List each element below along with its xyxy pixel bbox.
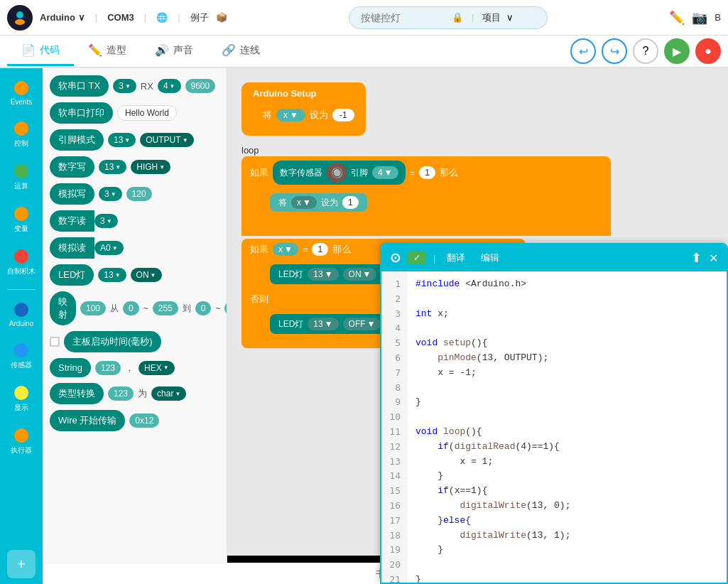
analog-write-val[interactable]: 120 [126,187,152,201]
tab-model[interactable]: ✏️ 造型 [74,36,141,66]
rx-pin-drop[interactable]: 4 [158,79,181,93]
sidebar-item-display[interactable]: 显示 [2,380,40,418]
led-state[interactable]: ON [131,268,162,282]
analog-read-label[interactable]: 模拟读 [50,237,94,259]
typecast-val[interactable]: 123 [108,386,134,401]
sidebar-item-operators[interactable]: 运算 [2,158,40,197]
val-neg1[interactable]: -1 [332,109,354,121]
led-off-pin[interactable]: 13 ▼ [308,318,338,330]
pin-mode-mode[interactable]: OUTPUT [140,133,193,147]
string-format[interactable]: HEX [138,361,175,375]
add-sidebar-btn[interactable]: + [7,550,36,578]
led-label[interactable]: LED灯 [50,264,94,286]
if2-var[interactable]: x ▼ [273,243,298,256]
digital-write-label[interactable]: 数字写 [50,156,94,178]
translate-btn[interactable]: 翻译 [442,250,469,266]
upload-btn[interactable]: ⬆ [691,250,702,266]
edit-icon[interactable]: ✏️ [669,10,685,26]
map-val[interactable]: 100 [80,301,106,315]
close-btn[interactable]: ✕ [709,252,718,265]
analog-write-pin[interactable]: 3 [99,187,122,201]
digital-write-val[interactable]: HIGH [131,160,170,174]
map-from2[interactable]: 255 [153,301,178,315]
block-startup[interactable]: 主板启动时间(毫秒) [50,331,219,352]
sidebar-item-executor[interactable]: 执行器 [2,423,40,461]
led-on-state[interactable]: ON ▼ [343,268,377,281]
examples-btn[interactable]: 例子 [190,11,209,24]
led-on-pin[interactable]: 13 ▼ [308,268,338,281]
string-val[interactable]: 123 [95,361,121,375]
set-x1-val[interactable]: 1 [342,196,359,209]
led-off-block[interactable]: LED灯 13 ▼ OFF ▼ [270,314,389,334]
led-on-block[interactable]: LED灯 13 ▼ ON ▼ [270,264,385,284]
block-analog-read[interactable]: 模拟读 A0 [50,237,219,259]
com-port-label[interactable]: COM3 [107,12,134,23]
digital-read-pin[interactable]: 3 [94,214,118,228]
string-label[interactable]: String [50,358,91,377]
sidebar-item-variables[interactable]: 变量 [2,201,40,239]
help-btn[interactable]: ? [633,38,658,64]
pin-mode-label[interactable]: 引脚模式 [50,129,104,151]
wire-label[interactable]: Wire 开始传输 [50,410,125,431]
block-digital-write[interactable]: 数字写 13 HIGH [50,156,219,178]
if1-val[interactable]: 1 [419,166,435,179]
block-serial-print[interactable]: 软串口打印 Hello World [50,102,219,124]
baud-rate[interactable]: 9600 [185,79,216,93]
code-editor[interactable]: #include <Arduino.h> int x; void setup()… [407,271,727,583]
edit-btn[interactable]: 编辑 [477,250,504,266]
project-menu[interactable]: 项目 [482,11,501,24]
analog-read-pin[interactable]: A0 [94,241,124,255]
digital-read-label[interactable]: 数字读 [50,210,94,232]
block-analog-write[interactable]: 模拟写 3 120 [50,183,219,205]
check-btn[interactable]: ✓ [408,252,426,264]
tab-sound[interactable]: 🔊 声音 [141,36,207,66]
arduino-menu[interactable]: Arduino ∨ [40,12,85,23]
tab-code[interactable]: 📄 代码 [7,36,74,66]
add-icon[interactable]: + [7,550,36,578]
digital-sensor-block[interactable]: 数字传感器 🔘 引脚 4 ▼ [273,161,406,185]
typecast-type[interactable]: char [151,386,186,401]
serial-tx-label[interactable]: 软串口 TX [50,75,109,97]
typecast-label[interactable]: 类型转换 [50,383,104,404]
stop-btn[interactable]: ● [695,38,721,64]
serial-print-value[interactable]: Hello World [117,105,177,121]
pin-mode-pin[interactable]: 13 [108,133,136,147]
block-led[interactable]: LED灯 13 ON [50,264,219,286]
package-icon[interactable]: 📦 [216,12,227,23]
startup-checkbox[interactable] [50,337,60,347]
block-map[interactable]: 映射 100 从 0 ~ 255 到 0 ~ 1024 [50,291,219,325]
tab-connect[interactable]: 🔗 连线 [207,36,274,66]
block-wire[interactable]: Wire 开始传输 0x12 [50,410,219,431]
if2-val[interactable]: 1 [312,243,328,256]
pin-drop[interactable]: 4 ▼ [372,166,398,179]
set-x1-var[interactable]: x ▼ [291,196,317,209]
search-input[interactable] [361,12,446,23]
block-pin-mode[interactable]: 引脚模式 13 OUTPUT [50,129,219,151]
block-serial-tx[interactable]: 软串口 TX 3 RX 4 9600 [50,75,219,97]
map-to1[interactable]: 0 [195,301,212,315]
digital-write-pin[interactable]: 13 [99,160,126,174]
map-label[interactable]: 映射 [50,291,76,325]
sidebar-item-custom[interactable]: 自制积木 [2,244,40,282]
camera-icon[interactable]: 📷 [692,10,707,26]
sidebar-item-sensors[interactable]: 传感器 [2,337,40,376]
sidebar-item-events[interactable]: Events [2,75,40,112]
undo1-btn[interactable]: ↩ [570,38,596,64]
var-x-drop[interactable]: x ▼ [276,109,305,121]
led-pin[interactable]: 13 [98,268,126,282]
analog-write-label[interactable]: 模拟写 [50,183,94,205]
block-typecast[interactable]: 类型转换 123 为 char [50,383,219,404]
sidebar-item-arduino[interactable]: Arduino [2,297,40,333]
block-string-hex[interactable]: String 123 ， HEX [50,358,219,377]
globe-icon[interactable]: 🌐 [156,12,168,23]
tx-pin-drop[interactable]: 3 [113,79,136,93]
sidebar-item-control[interactable]: 控制 [2,116,40,154]
undo2-btn[interactable]: ↪ [602,38,627,64]
run-btn[interactable]: ▶ [664,38,690,64]
led-off-state[interactable]: OFF ▼ [343,318,381,330]
block-digital-read[interactable]: 数字读 3 [50,210,219,232]
serial-print-label[interactable]: 软串口打印 [50,102,113,124]
startup-label[interactable]: 主板启动时间(毫秒) [64,331,161,352]
set-x1-block[interactable]: 将 x ▼ 设为 1 [270,193,367,212]
map-from1[interactable]: 0 [123,301,139,315]
